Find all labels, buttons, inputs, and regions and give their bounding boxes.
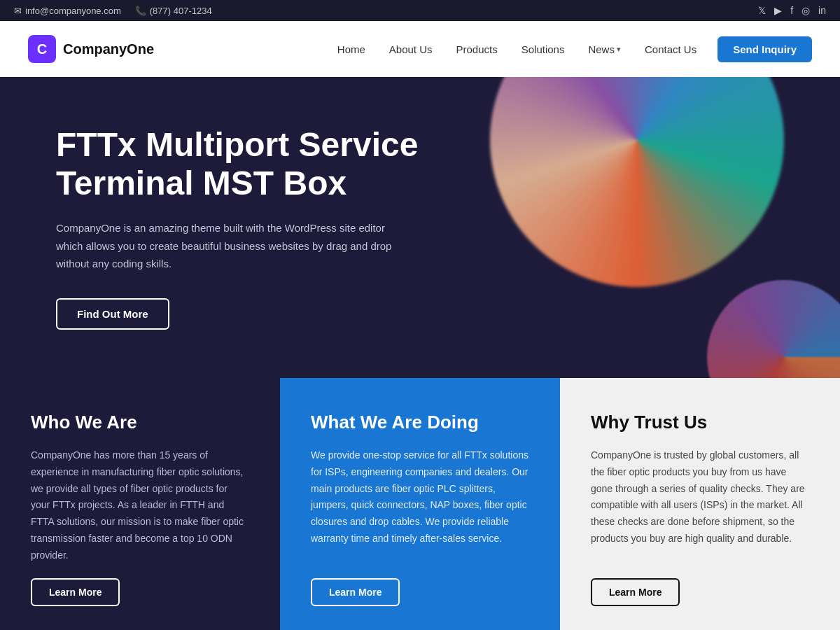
hero-bg-circle2 — [707, 280, 840, 378]
card-who-we-are-desc: CompanyOne has more than 15 years of exp… — [31, 447, 249, 564]
youtube-icon[interactable]: ▶ — [774, 5, 782, 16]
facebook-icon[interactable]: f — [790, 5, 793, 16]
phone-icon: 📞 — [135, 6, 146, 16]
topbar-phone-link[interactable]: 📞 (877) 407-1234 — [135, 6, 212, 16]
instagram-icon[interactable]: ◎ — [802, 5, 810, 16]
main-nav: Home About Us Products Solutions News Co… — [328, 36, 812, 62]
nav-contact[interactable]: Contact Us — [635, 38, 706, 61]
card-who-we-are-learn-more[interactable]: Learn More — [31, 578, 120, 606]
card-what-we-are-doing: What We Are Doing We provide one-stop se… — [280, 378, 560, 630]
card-who-we-are: Who We Are CompanyOne has more than 15 y… — [0, 378, 280, 630]
topbar-email: info@companyone.com — [25, 6, 121, 16]
hero-title: FTTx Multiport Service Terminal MST Box — [56, 125, 462, 202]
send-inquiry-button[interactable]: Send Inquiry — [718, 36, 812, 62]
nav-home[interactable]: Home — [328, 38, 375, 61]
card-why-trust-us-title: Why Trust Us — [591, 412, 809, 433]
card-why-trust-us-learn-more[interactable]: Learn More — [591, 578, 680, 606]
hero-section: FTTx Multiport Service Terminal MST Box … — [0, 77, 840, 378]
topbar-email-link[interactable]: ✉ info@companyone.com — [14, 6, 121, 16]
cards-section: Who We Are CompanyOne has more than 15 y… — [0, 378, 840, 630]
linkedin-icon[interactable]: in — [818, 5, 826, 16]
topbar-social-links: 𝕏 ▶ f ◎ in — [758, 5, 826, 16]
card-why-trust-us: Why Trust Us CompanyOne is trusted by gl… — [560, 378, 840, 630]
card-what-we-are-doing-title: What We Are Doing — [311, 412, 529, 433]
nav-news[interactable]: News — [578, 38, 631, 61]
card-who-we-are-title: Who We Are — [31, 412, 249, 433]
header: C CompanyOne Home About Us Products Solu… — [0, 21, 840, 77]
hero-bg-circle — [490, 77, 784, 287]
email-icon: ✉ — [14, 6, 22, 16]
logo-name: CompanyOne — [63, 41, 154, 57]
card-what-we-are-doing-learn-more[interactable]: Learn More — [311, 578, 400, 606]
logo-icon: C — [28, 35, 56, 63]
nav-solutions[interactable]: Solutions — [512, 38, 575, 61]
topbar-left: ✉ info@companyone.com 📞 (877) 407-1234 — [14, 6, 212, 16]
logo[interactable]: C CompanyOne — [28, 35, 154, 63]
card-what-we-are-doing-desc: We provide one-stop service for all FTTx… — [311, 447, 529, 564]
hero-content: FTTx Multiport Service Terminal MST Box … — [56, 125, 462, 330]
hero-description: CompanyOne is an amazing theme built wit… — [56, 219, 392, 273]
topbar-phone: (877) 407-1234 — [150, 6, 212, 16]
nav-about[interactable]: About Us — [379, 38, 442, 61]
hero-cta-button[interactable]: Find Out More — [56, 298, 169, 330]
card-why-trust-us-desc: CompanyOne is trusted by global customer… — [591, 447, 809, 564]
nav-products[interactable]: Products — [447, 38, 507, 61]
twitter-icon[interactable]: 𝕏 — [758, 5, 766, 16]
topbar: ✉ info@companyone.com 📞 (877) 407-1234 𝕏… — [0, 0, 840, 21]
